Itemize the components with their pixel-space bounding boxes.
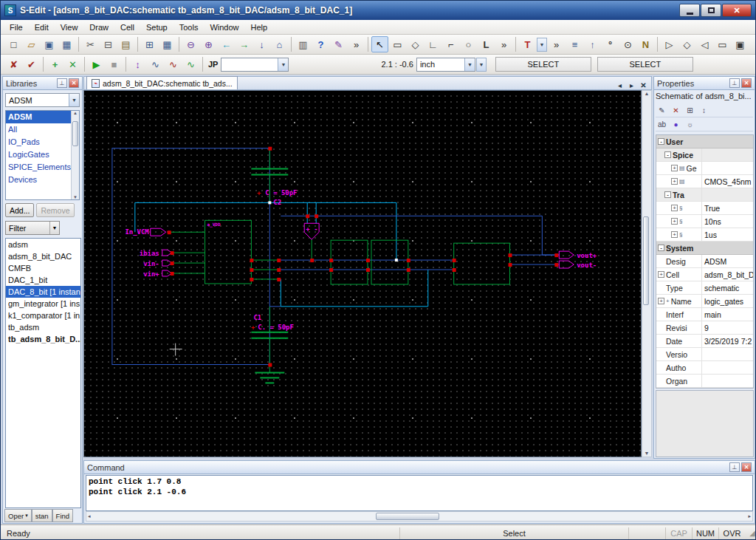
library-item-all[interactable]: All xyxy=(6,123,79,136)
library-list-scrollbar[interactable]: ▲▼ xyxy=(71,111,79,199)
waveform-power-icon[interactable]: ∿ xyxy=(182,56,199,72)
cyan-net-loop[interactable] xyxy=(281,270,427,307)
zoom-back-icon[interactable]: ← xyxy=(218,36,235,52)
libraries-pin-icon[interactable]: ⊥ xyxy=(57,78,67,88)
property-row[interactable]: +§10ns xyxy=(656,215,753,228)
menu-file[interactable]: File xyxy=(4,21,29,33)
capacitor-c1[interactable]: C1 + C. = 50pF xyxy=(251,307,294,383)
feedback-net-rectangle[interactable] xyxy=(112,148,269,365)
property-value[interactable]: 1us xyxy=(701,228,753,241)
expander-icon[interactable]: + xyxy=(658,298,664,304)
draw-overflow-icon[interactable]: » xyxy=(495,36,512,52)
property-row[interactable]: +▤Ge xyxy=(656,162,753,175)
minimize-button[interactable] xyxy=(679,4,700,17)
property-value[interactable]: 10ns xyxy=(701,215,753,228)
expander-icon[interactable]: + xyxy=(671,205,678,211)
push-into-icon[interactable]: ↓ xyxy=(253,36,270,52)
property-row[interactable]: +▤CMOS_45nm xyxy=(656,175,753,188)
property-value[interactable]: 9 xyxy=(701,321,753,334)
check-passed-icon[interactable]: ✔ xyxy=(23,56,40,72)
open-file-icon[interactable]: ▱ xyxy=(23,36,40,52)
waveform-voltage-icon[interactable]: ∿ xyxy=(147,56,164,72)
expander-icon[interactable]: - xyxy=(658,245,664,251)
property-section-user[interactable]: -User xyxy=(656,135,753,148)
sort-properties-icon[interactable]: ↕ xyxy=(698,104,710,116)
tab-scroll-right-icon[interactable]: ▸ xyxy=(626,81,637,89)
property-value[interactable]: 3/25/2019 7:2 xyxy=(701,335,753,347)
tab-close-icon[interactable]: ✕ xyxy=(638,81,649,89)
expander-icon[interactable]: + xyxy=(671,218,678,225)
path-tool-icon[interactable]: ∟ xyxy=(425,36,441,52)
vout-plus-port[interactable]: vout+ xyxy=(559,251,597,259)
zoom-forward-icon[interactable]: → xyxy=(236,36,252,52)
property-row[interactable]: Autho xyxy=(656,361,753,375)
libraries-close-icon[interactable]: ✕ xyxy=(69,78,79,88)
waveform-current-icon[interactable]: ∿ xyxy=(165,56,182,72)
property-value[interactable] xyxy=(701,348,753,360)
other-port-icon[interactable]: ▭ xyxy=(714,36,731,52)
integrator-block-2[interactable] xyxy=(371,240,408,284)
cell-item[interactable]: adsm xyxy=(6,239,80,250)
text-tool-dropdown[interactable]: ▼ xyxy=(537,38,547,52)
move-up-icon[interactable]: ↑ xyxy=(584,36,601,52)
orthogonal-path-tool-icon[interactable]: ⌐ xyxy=(442,36,459,52)
cell-item[interactable]: DAC_8_bit [1 instan xyxy=(6,286,80,298)
input-port-icon[interactable]: ▷ xyxy=(661,36,678,52)
vout-minus-port[interactable]: vout- xyxy=(559,261,597,269)
cell-item[interactable]: gm_integrator [1 ins xyxy=(6,298,80,310)
print-icon[interactable]: ▥ xyxy=(295,36,312,52)
menu-view[interactable]: View xyxy=(55,21,84,33)
property-row[interactable]: +§1us xyxy=(656,228,753,242)
library-item-spice_elements[interactable]: SPICE_Elements xyxy=(6,161,79,174)
view-hierarchy-icon[interactable]: ⊞ xyxy=(141,36,158,52)
vout-feedback-net[interactable] xyxy=(281,216,559,255)
document-tab[interactable]: ⌁ adsm_8_bit_DAC:schematic tb_ads... xyxy=(86,76,238,89)
command-horizontal-scrollbar[interactable]: ◂ ▸ xyxy=(86,511,753,522)
stop-simulation-icon[interactable]: ■ xyxy=(106,56,123,72)
capacitor-c2[interactable]: + C = 50pF C2 xyxy=(251,148,297,207)
menu-draw[interactable]: Draw xyxy=(83,21,114,33)
property-value[interactable] xyxy=(701,375,753,387)
label-tool-icon[interactable]: L xyxy=(478,36,495,52)
menu-help[interactable]: Help xyxy=(245,21,274,33)
inout-port-icon[interactable]: ◇ xyxy=(678,36,695,52)
scrollbar-thumb[interactable] xyxy=(376,513,439,520)
command-pin-icon[interactable]: ⊥ xyxy=(729,462,740,472)
instance-icon[interactable]: ≡ xyxy=(566,36,583,52)
expander-icon[interactable]: + xyxy=(671,165,678,171)
save-all-icon[interactable]: ▦ xyxy=(58,36,75,52)
paste-icon[interactable]: ▤ xyxy=(117,36,134,52)
new-document-icon[interactable]: □ xyxy=(5,36,22,52)
menu-setup[interactable]: Setup xyxy=(140,21,173,33)
library-item-logicgates[interactable]: LogicGates xyxy=(6,148,79,161)
view-table-icon[interactable]: ▦ xyxy=(159,36,176,52)
resize-grip[interactable]: ◢ xyxy=(745,529,755,537)
property-value[interactable]: logic_gates xyxy=(701,295,753,307)
menu-window[interactable]: Window xyxy=(204,21,244,33)
property-value[interactable] xyxy=(701,188,753,201)
tab-scroll-left-icon[interactable]: ◂ xyxy=(614,81,625,89)
property-value[interactable]: adsm_8_bit_D xyxy=(701,268,753,281)
properties-pin-icon[interactable]: ⊥ xyxy=(729,78,740,88)
delete-property-icon[interactable]: ✕ xyxy=(670,104,682,116)
unit-extra-dropdown[interactable]: ▼ xyxy=(476,58,487,72)
expander-icon[interactable]: + xyxy=(671,231,678,238)
copy-icon[interactable]: ⊟ xyxy=(100,36,117,52)
library-item-io_pads[interactable]: IO_Pads xyxy=(6,136,79,148)
zoom-out-icon[interactable]: ⊖ xyxy=(182,36,199,52)
panel-tab-find[interactable]: Find xyxy=(52,509,73,522)
property-value[interactable] xyxy=(701,361,753,374)
property-row[interactable]: -Tra xyxy=(656,188,753,202)
check-design-icon[interactable]: ✘ xyxy=(5,56,22,72)
tspice-icon[interactable]: ↕ xyxy=(129,56,146,72)
panel-tab-oper[interactable]: Oper▾ xyxy=(4,509,32,522)
save-icon[interactable]: ▣ xyxy=(41,36,58,52)
circle-tool-icon[interactable]: ○ xyxy=(460,36,477,52)
output-stage-block[interactable] xyxy=(454,243,510,284)
property-row[interactable]: Typeschematic xyxy=(656,281,753,295)
polygon-tool-icon[interactable]: ◇ xyxy=(407,36,424,52)
cell-item[interactable]: DAC_1_bit xyxy=(6,274,80,286)
remove-library-button[interactable]: Remove xyxy=(36,203,74,217)
net-name-icon[interactable]: N xyxy=(637,36,654,52)
expander-icon[interactable]: + xyxy=(658,271,664,278)
